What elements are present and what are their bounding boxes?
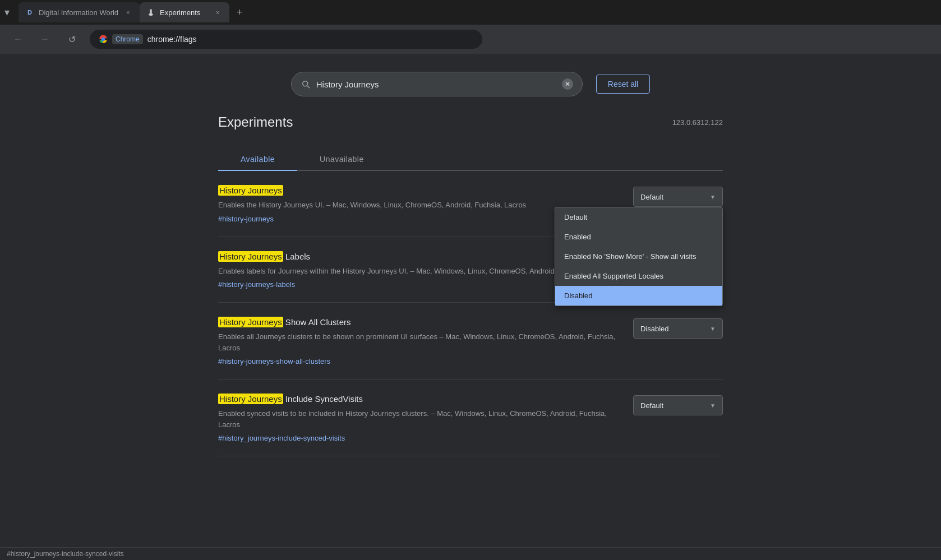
back-button[interactable]: ← bbox=[9, 30, 27, 48]
tab-bar: ▾ D Digital Information World × Experime… bbox=[0, 0, 941, 25]
flag-title-rest-4: Include SyncedVisits bbox=[283, 394, 363, 404]
window-controls: ▾ bbox=[4, 6, 14, 18]
flag-title-highlight-2: History Journeys bbox=[218, 251, 283, 262]
tab-close-2[interactable]: × bbox=[213, 7, 223, 17]
search-icon bbox=[301, 79, 311, 89]
browser-chrome: ▾ D Digital Information World × Experime… bbox=[0, 0, 941, 54]
flag-control-4: Default ▼ bbox=[633, 395, 723, 415]
flag-control-3: Disabled ▼ bbox=[633, 318, 723, 339]
flag-title-4: History Journeys Include SyncedVisits bbox=[218, 393, 624, 405]
reset-all-button[interactable]: Reset all bbox=[596, 75, 650, 94]
flag-title-highlight-4: History Journeys bbox=[218, 394, 283, 404]
window-menu-icon[interactable]: ▾ bbox=[4, 6, 10, 18]
flag-dropdown-3[interactable]: Disabled ▼ bbox=[633, 318, 723, 339]
experiments-header: Experiments 123.0.6312.122 bbox=[218, 114, 723, 130]
flag-content-3: History Journeys Show All Clusters Enabl… bbox=[218, 316, 624, 365]
tab-title-2: Experiments bbox=[160, 8, 208, 17]
search-clear-button[interactable]: ✕ bbox=[562, 78, 573, 90]
search-bar-container: ✕ Reset all bbox=[218, 72, 723, 96]
address-bar: ← → ↺ Chrome chrome://flags bbox=[0, 25, 941, 54]
dropdown-value-3: Disabled bbox=[640, 325, 669, 333]
search-box[interactable]: ✕ bbox=[291, 72, 583, 96]
flag-item-history-journeys-clusters: History Journeys Show All Clusters Enabl… bbox=[218, 303, 723, 379]
flag-title-rest-3: Show All Clusters bbox=[283, 317, 351, 327]
chrome-logo-icon bbox=[99, 35, 108, 44]
status-url: #history_journeys-include-synced-visits bbox=[7, 550, 124, 558]
tab-unavailable[interactable]: Unavailable bbox=[297, 148, 386, 170]
dropdown-chevron-3: ▼ bbox=[710, 326, 716, 332]
dropdown-option-disabled[interactable]: Disabled bbox=[555, 286, 722, 306]
tabs-container: Available Unavailable bbox=[218, 148, 723, 171]
tab-digital-information-world[interactable]: D Digital Information World × bbox=[19, 2, 140, 22]
flag-control-1: Default ▼ Default Enabled Enabled No 'Sh… bbox=[633, 187, 723, 207]
dropdown-menu-1: Default Enabled Enabled No 'Show More' -… bbox=[555, 207, 723, 306]
tab-close-1[interactable]: × bbox=[123, 7, 133, 17]
dropdown-chevron-1: ▼ bbox=[710, 194, 716, 200]
search-input[interactable] bbox=[316, 80, 556, 89]
dropdown-value-1: Default bbox=[640, 193, 663, 201]
svg-point-0 bbox=[102, 38, 105, 41]
dropdown-option-enabled-no-show-more[interactable]: Enabled No 'Show More' - Show all visits bbox=[555, 247, 722, 266]
version-label: 123.0.6312.122 bbox=[672, 118, 723, 127]
tab-available-label: Available bbox=[241, 155, 275, 164]
flag-link-3[interactable]: #history-journeys-show-all-clusters bbox=[218, 357, 330, 365]
page-content: ✕ Reset all Experiments 123.0.6312.122 A… bbox=[0, 54, 941, 560]
flag-description-4: Enabled synced visits to be included in … bbox=[218, 408, 624, 430]
flag-title-highlight-3: History Journeys bbox=[218, 317, 283, 327]
flag-content-4: History Journeys Include SyncedVisits En… bbox=[218, 393, 624, 442]
dropdown-option-enabled[interactable]: Enabled bbox=[555, 227, 722, 247]
flag-title-3: History Journeys Show All Clusters bbox=[218, 316, 624, 328]
flags-list: History Journeys Enables the History Jou… bbox=[218, 171, 723, 456]
flag-title-rest-2: Labels bbox=[283, 252, 310, 261]
forward-button[interactable]: → bbox=[36, 30, 54, 48]
page-title: Experiments bbox=[218, 114, 293, 130]
status-bar: #history_journeys-include-synced-visits bbox=[0, 547, 941, 560]
favicon-letter-1: D bbox=[27, 9, 32, 16]
flag-dropdown-4[interactable]: Default ▼ bbox=[633, 395, 723, 415]
flag-title-1: History Journeys bbox=[218, 184, 624, 196]
tab-favicon-2 bbox=[146, 8, 155, 17]
dropdown-chevron-4: ▼ bbox=[710, 402, 716, 409]
dropdown-option-default[interactable]: Default bbox=[555, 207, 722, 227]
chrome-badge: Chrome bbox=[112, 34, 143, 44]
tab-available[interactable]: Available bbox=[218, 148, 297, 170]
tab-favicon-1: D bbox=[25, 8, 34, 17]
flag-description-3: Enables all Journeys clusters to be show… bbox=[218, 331, 624, 353]
flag-item-history-journeys-synced: History Journeys Include SyncedVisits En… bbox=[218, 379, 723, 456]
dropdown-option-enabled-all-locales[interactable]: Enabled All Supported Locales bbox=[555, 266, 722, 286]
flag-title-highlight-1: History Journeys bbox=[218, 185, 283, 196]
tab-title-1: Digital Information World bbox=[39, 8, 118, 17]
dropdown-value-4: Default bbox=[640, 401, 663, 410]
tab-experiments[interactable]: Experiments × bbox=[140, 2, 229, 22]
new-tab-button[interactable]: + bbox=[232, 4, 247, 20]
experiments-page: Experiments 123.0.6312.122 Available Una… bbox=[218, 114, 723, 456]
flag-link-4[interactable]: #history_journeys-include-synced-visits bbox=[218, 434, 345, 442]
url-text: chrome://flags bbox=[147, 35, 197, 44]
flag-item-history-journeys: History Journeys Enables the History Jou… bbox=[218, 171, 723, 237]
url-bar[interactable]: Chrome chrome://flags bbox=[90, 30, 482, 49]
tab-unavailable-label: Unavailable bbox=[320, 155, 364, 164]
flag-link-2[interactable]: #history-journeys-labels bbox=[218, 280, 295, 289]
flag-link-1[interactable]: #history-journeys bbox=[218, 215, 274, 223]
flag-dropdown-1[interactable]: Default ▼ bbox=[633, 187, 723, 207]
flask-icon bbox=[147, 8, 155, 16]
reload-button[interactable]: ↺ bbox=[63, 30, 81, 48]
